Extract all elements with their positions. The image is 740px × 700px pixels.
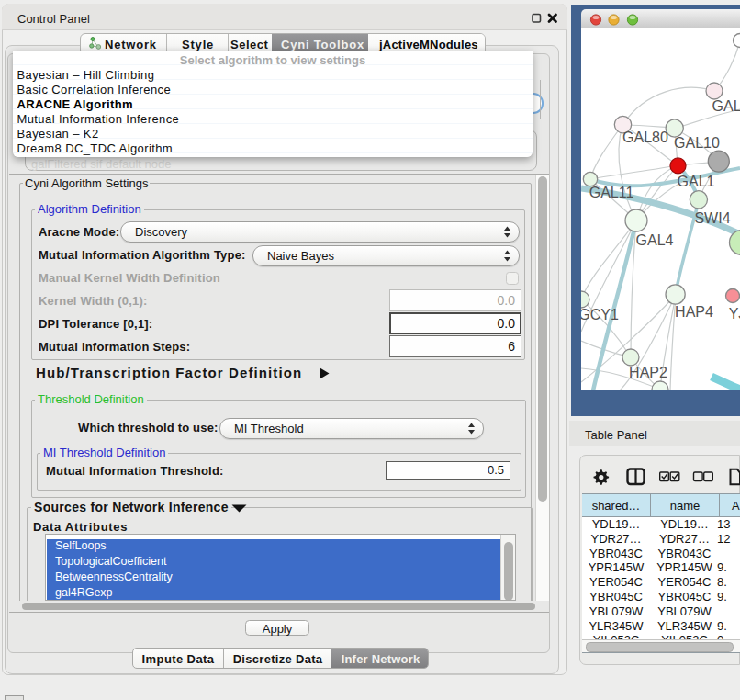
svg-text:HAP4: HAP4 xyxy=(675,304,713,320)
svg-text:GAL1: GAL1 xyxy=(678,174,715,189)
svg-text:YJ: YJ xyxy=(729,306,740,322)
svg-text:SWI4: SWI4 xyxy=(694,210,730,226)
svg-text:GAL7: GAL7 xyxy=(712,98,740,114)
svg-text:GAL4: GAL4 xyxy=(636,232,674,248)
svg-text:GAL11: GAL11 xyxy=(589,185,634,200)
svg-text:GAL10: GAL10 xyxy=(674,135,720,151)
svg-text:GCY1: GCY1 xyxy=(581,307,619,322)
svg-text:HAP2: HAP2 xyxy=(629,365,667,380)
svg-text:GAL80: GAL80 xyxy=(622,130,668,145)
